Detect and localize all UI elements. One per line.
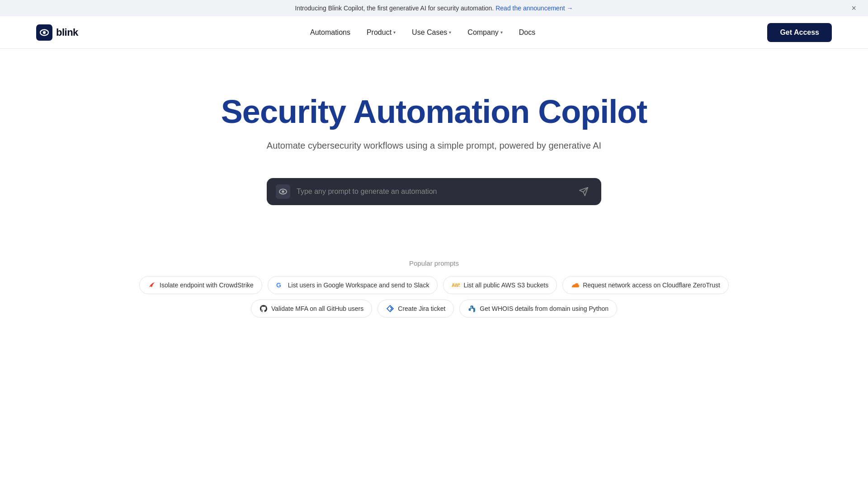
prompt-chip-google-label: List users in Google Workspace and send … [288,282,429,289]
prompt-container [267,178,601,205]
get-access-button[interactable]: Get Access [767,23,832,42]
prompts-row-1: Isolate endpoint with CrowdStrike G List… [18,276,850,294]
popular-prompts-section: Popular prompts Isolate endpoint with Cr… [0,259,868,350]
svg-point-5 [282,190,284,193]
logo-text: blink [56,27,78,38]
nav-automations[interactable]: Automations [310,28,350,37]
prompt-chip-jira-label: Create Jira ticket [398,305,445,312]
prompt-submit-button[interactable] [575,185,592,198]
nav-company[interactable]: Company ▾ [467,28,502,37]
prompt-chip-crowdstrike-label: Isolate endpoint with CrowdStrike [160,282,254,289]
nav-product[interactable]: Product ▾ [367,28,396,37]
prompt-chip-cloudflare[interactable]: Request network access on Cloudflare Zer… [562,276,729,294]
hero-section: Security Automation Copilot Automate cyb… [0,49,868,259]
prompts-row-2: Validate MFA on all GitHub users Create … [18,300,850,318]
svg-point-10 [471,307,472,308]
nav-links: Automations Product ▾ Use Cases ▾ Compan… [310,28,535,37]
nav-docs[interactable]: Docs [519,28,535,37]
jira-icon [386,305,394,313]
hero-subtitle: Automate cybersecurity workflows using a… [18,141,850,151]
svg-text:G: G [276,282,281,289]
popular-prompts-label: Popular prompts [18,259,850,267]
cloudflare-icon [571,281,579,289]
hero-title: Security Automation Copilot [18,94,850,130]
prompt-chip-cloudflare-label: Request network access on Cloudflare Zer… [583,282,720,289]
prompt-input-wrapper [267,178,601,205]
prompt-chip-jira[interactable]: Create Jira ticket [377,300,454,318]
prompt-blink-icon [276,184,290,199]
prompt-chip-python[interactable]: Get WHOIS details from domain using Pyth… [459,300,617,318]
prompt-chip-aws-label: List all public AWS S3 buckets [463,282,548,289]
use-cases-chevron-icon: ▾ [449,30,451,35]
logo-icon [36,24,52,41]
company-chevron-icon: ▾ [500,30,503,35]
svg-text:AWS: AWS [452,283,460,288]
svg-point-11 [472,310,473,311]
python-icon [468,305,476,313]
prompt-chip-github-label: Validate MFA on all GitHub users [271,305,363,312]
prompt-input[interactable] [297,188,569,196]
aws-icon: AWS [452,281,460,289]
close-banner-button[interactable]: × [849,3,859,13]
logo[interactable]: blink [36,24,78,41]
prompt-chip-crowdstrike[interactable]: Isolate endpoint with CrowdStrike [139,276,262,294]
google-icon: G [276,281,284,289]
crowdstrike-icon [148,281,156,289]
prompt-chip-python-label: Get WHOIS details from domain using Pyth… [480,305,609,312]
send-icon [579,187,589,197]
svg-point-2 [43,31,46,33]
nav-use-cases[interactable]: Use Cases ▾ [412,28,451,37]
github-icon [259,305,268,313]
prompt-chip-github[interactable]: Validate MFA on all GitHub users [251,300,372,318]
announcement-banner: Introducing Blink Copilot, the first gen… [0,0,868,16]
announcement-text: Introducing Blink Copilot, the first gen… [295,5,494,12]
prompt-chip-google[interactable]: G List users in Google Workspace and sen… [268,276,438,294]
prompt-chip-aws[interactable]: AWS List all public AWS S3 buckets [443,276,557,294]
navbar: blink Automations Product ▾ Use Cases ▾ … [0,16,868,49]
announcement-link[interactable]: Read the announcement → [495,5,573,12]
product-chevron-icon: ▾ [393,30,396,35]
